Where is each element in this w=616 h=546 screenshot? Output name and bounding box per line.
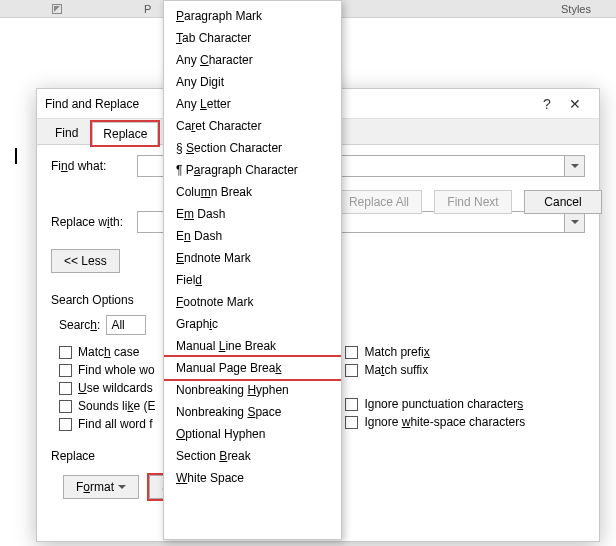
whole-word-checkbox[interactable]: Find whole wo (59, 363, 155, 377)
menu-section-character[interactable]: § Section Character (164, 137, 341, 159)
menu-nonbreaking-hyphen[interactable]: Nonbreaking Hyphen (164, 379, 341, 401)
find-next-button[interactable]: Find Next (434, 190, 512, 214)
menu-tab-character[interactable]: Tab Character (164, 27, 341, 49)
find-what-dropdown[interactable] (565, 155, 585, 177)
text-cursor (15, 148, 17, 164)
menu-any-character[interactable]: Any Character (164, 49, 341, 71)
tab-find[interactable]: Find (45, 122, 88, 144)
menu-en-dash[interactable]: En Dash (164, 225, 341, 247)
menu-graphic[interactable]: Graphic (164, 313, 341, 335)
menu-footnote-mark[interactable]: Footnote Mark (164, 291, 341, 313)
ribbon-group-styles: Styles (561, 3, 591, 15)
all-forms-checkbox[interactable]: Find all word f (59, 417, 155, 431)
chevron-down-icon (571, 220, 579, 228)
menu-column-break[interactable]: Column Break (164, 181, 341, 203)
replace-with-dropdown[interactable] (565, 211, 585, 233)
ribbon-group-center: P (144, 3, 151, 15)
menu-nonbreaking-space[interactable]: Nonbreaking Space (164, 401, 341, 423)
tab-replace[interactable]: Replace (92, 122, 158, 145)
menu-manual-page-break[interactable]: Manual Page Break (164, 357, 341, 379)
match-suffix-checkbox[interactable]: Match suffix (345, 363, 525, 377)
menu-em-dash[interactable]: Em Dash (164, 203, 341, 225)
menu-paragraph-character[interactable]: ¶ Paragraph Character (164, 159, 341, 181)
match-prefix-checkbox[interactable]: Match prefix (345, 345, 525, 359)
special-menu: Paragraph Mark Tab Character Any Charact… (163, 0, 342, 540)
find-what-label: Find what: (51, 159, 129, 173)
less-button-label: << Less (64, 254, 107, 268)
replace-all-button[interactable]: Replace All (336, 190, 422, 214)
menu-any-letter[interactable]: Any Letter (164, 93, 341, 115)
match-case-checkbox[interactable]: Match case (59, 345, 155, 359)
less-button[interactable]: << Less (51, 249, 120, 273)
menu-white-space[interactable]: White Space (164, 467, 341, 489)
menu-manual-line-break[interactable]: Manual Line Break (164, 335, 341, 357)
cancel-button[interactable]: Cancel (524, 190, 602, 214)
menu-caret-character[interactable]: Caret Character (164, 115, 341, 137)
menu-field[interactable]: Field (164, 269, 341, 291)
help-button[interactable]: ? (535, 96, 559, 112)
search-direction-label: Search: (59, 318, 100, 332)
menu-section-break[interactable]: Section Break (164, 445, 341, 467)
close-button[interactable]: ✕ (559, 96, 591, 112)
wildcards-checkbox[interactable]: Use wildcards (59, 381, 155, 395)
menu-optional-hyphen[interactable]: Optional Hyphen (164, 423, 341, 445)
sounds-like-checkbox[interactable]: Sounds like (E (59, 399, 155, 413)
ignore-ws-checkbox[interactable]: Ignore white-space characters (345, 415, 525, 429)
search-direction-value: All (111, 318, 124, 332)
replace-with-label: Replace with: (51, 215, 129, 229)
group-launcher-icon[interactable] (52, 4, 62, 14)
chevron-down-icon (118, 485, 126, 493)
menu-paragraph-mark[interactable]: Paragraph Mark (164, 5, 341, 27)
menu-endnote-mark[interactable]: Endnote Mark (164, 247, 341, 269)
chevron-down-icon (571, 164, 579, 172)
format-button[interactable]: Format (63, 475, 139, 499)
search-direction-select[interactable]: All (106, 315, 146, 335)
menu-any-digit[interactable]: Any Digit (164, 71, 341, 93)
ignore-punct-checkbox[interactable]: Ignore punctuation characters (345, 397, 525, 411)
